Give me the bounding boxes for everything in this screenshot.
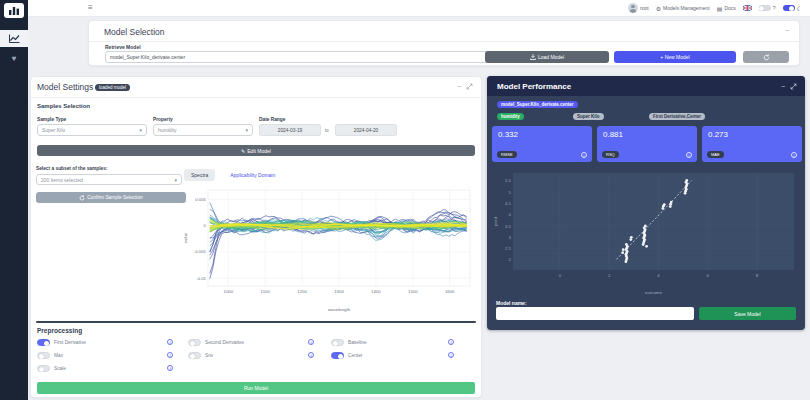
chevron-down-icon: ▾ <box>139 127 142 133</box>
toggle-center[interactable]: Center <box>331 352 362 359</box>
metric-card-rsq: 0.881RSQi <box>597 126 697 162</box>
switch[interactable] <box>188 352 201 359</box>
chevron-down-icon: ▾ <box>245 127 248 133</box>
collapse-icon[interactable]: − <box>785 27 789 34</box>
info-icon[interactable]: i <box>448 339 454 345</box>
run-model-button[interactable]: Run Model <box>37 382 475 394</box>
info-icon[interactable]: i <box>167 339 173 345</box>
svg-text:outcome: outcome <box>645 290 662 295</box>
date-from-input[interactable]: 2024-03-19 <box>259 124 321 136</box>
info-icon[interactable]: i <box>308 339 314 345</box>
info-icon[interactable]: i <box>686 152 692 158</box>
sidebar-item-favorites[interactable]: ♥ <box>0 50 28 67</box>
metric-value: 0.273 <box>708 130 728 139</box>
save-model-button[interactable]: Save Model <box>699 307 796 320</box>
svg-text:1600: 1600 <box>445 289 455 294</box>
sample-type-value: Super Kilo <box>42 127 65 133</box>
info-icon[interactable]: i <box>448 352 454 358</box>
language-flag-icon[interactable] <box>743 5 752 11</box>
info-icon[interactable]: i <box>581 152 587 158</box>
switch[interactable] <box>37 352 50 359</box>
svg-text:5: 5 <box>509 190 512 195</box>
docs-link[interactable]: ▤ Docs <box>717 5 736 12</box>
preprocessing-heading: Preprocessing <box>37 327 82 334</box>
expand-icon[interactable] <box>790 83 797 90</box>
date-separator: to <box>325 128 329 133</box>
svg-text:6: 6 <box>707 273 710 278</box>
minimize-icon[interactable]: − <box>457 83 461 90</box>
svg-text:1100: 1100 <box>261 289 271 294</box>
chart-tabs: SpectraApplicability Domain <box>184 169 282 181</box>
switch[interactable] <box>37 339 50 346</box>
toggle-baseline[interactable]: Baseline <box>331 339 366 346</box>
date-to-input[interactable]: 2024-04-20 <box>335 124 397 136</box>
svg-text:pred: pred <box>493 217 498 226</box>
theme-toggle-switch[interactable] <box>783 5 795 11</box>
retrieve-model-label: Retrieve Model <box>105 44 141 50</box>
subset-label: Select a subset of the samples: <box>36 166 107 171</box>
edit-model-button[interactable]: ✎ Edit Model <box>37 145 475 156</box>
model-selection-title: Model Selection <box>104 27 164 37</box>
load-model-button[interactable]: Load Model Load the selected model from … <box>485 51 609 63</box>
svg-text:1300: 1300 <box>334 289 344 294</box>
models-management-link[interactable]: ⚙ Models Management <box>656 5 710 12</box>
switch[interactable] <box>37 365 50 372</box>
toggle-label: First Derivative <box>54 340 86 345</box>
svg-text:1000: 1000 <box>224 289 234 294</box>
performance-model-badge: model_Super.Kilo_derivate.center <box>497 101 578 108</box>
expand-icon[interactable] <box>466 83 473 90</box>
toggle-scale[interactable]: Scale <box>37 365 66 372</box>
property-value: humidity <box>158 127 177 133</box>
svg-text:0: 0 <box>204 223 207 228</box>
refresh-button[interactable] <box>743 51 789 63</box>
model-performance-header: Model Performance − <box>487 76 805 96</box>
property-select[interactable]: humidity ▾ <box>153 124 253 136</box>
sample-type-select[interactable]: Super Kilo ▾ <box>37 124 147 136</box>
sidebar-item-models[interactable] <box>0 30 28 47</box>
subset-select[interactable]: 200 items selected ▾ <box>36 174 182 185</box>
info-icon[interactable]: i <box>167 352 173 358</box>
prediction-scatter-chart[interactable]: 0246822.533.544.555.5outcomepred <box>492 168 800 296</box>
topbar: ≡ root ⚙ Models Management ▤ Docs ? ☾ <box>28 0 810 17</box>
model-selection-card: Model Selection − Retrieve Model model_S… <box>88 20 800 66</box>
svg-text:-0.005: -0.005 <box>194 249 207 254</box>
svg-text:0: 0 <box>559 273 562 278</box>
svg-text:4.5: 4.5 <box>505 201 512 206</box>
svg-text:-0.01: -0.01 <box>196 276 206 281</box>
switch[interactable] <box>331 352 344 359</box>
gear-icon: ⚙ <box>656 5 661 12</box>
sample-type-label: Sample Type <box>37 117 66 122</box>
model-settings-card: Model Settings loaded model − Samples Se… <box>30 76 482 398</box>
svg-text:2: 2 <box>509 257 512 262</box>
model-performance-panel: Model Performance − model_Super.Kilo_der… <box>487 76 805 330</box>
svg-text:1400: 1400 <box>371 289 381 294</box>
user-menu[interactable]: root <box>628 3 649 13</box>
tab-applicability-domain[interactable]: Applicability Domain <box>223 169 282 181</box>
date-range-label: Date Range <box>259 117 285 122</box>
tab-spectra[interactable]: Spectra <box>184 169 215 181</box>
svg-text:1200: 1200 <box>297 289 307 294</box>
theme-toggle[interactable]: ☾ <box>783 5 802 12</box>
moon-icon: ☾ <box>797 5 802 12</box>
help-toggle-switch[interactable] <box>759 5 771 11</box>
info-icon[interactable]: i <box>167 365 173 371</box>
minimize-icon[interactable]: − <box>781 83 785 90</box>
hamburger-menu-icon[interactable]: ≡ <box>88 4 93 12</box>
info-icon[interactable]: i <box>308 352 314 358</box>
switch[interactable] <box>331 339 344 346</box>
toggle-second-derivative[interactable]: Second Derivative <box>188 339 244 346</box>
new-model-button[interactable]: + New Model <box>614 51 736 63</box>
help-toggle[interactable]: ? <box>759 5 776 11</box>
app-logo[interactable] <box>4 3 24 18</box>
toggle-max[interactable]: Max <box>37 352 63 359</box>
confirm-sample-selection-button[interactable]: Confirm Sample Selection <box>36 192 186 203</box>
toggle-first-derivative[interactable]: First Derivative <box>37 339 86 346</box>
switch[interactable] <box>188 339 201 346</box>
svg-text:3: 3 <box>509 235 512 240</box>
toggle-snv[interactable]: Snv <box>188 352 213 359</box>
logo-bars-icon <box>8 6 20 15</box>
metric-name-badge: RSQ <box>602 151 619 158</box>
model-name-input[interactable] <box>496 307 694 320</box>
spectra-chart[interactable]: 10001100120013001400150016000.0050-0.005… <box>181 185 477 313</box>
info-icon[interactable]: i <box>791 152 797 158</box>
